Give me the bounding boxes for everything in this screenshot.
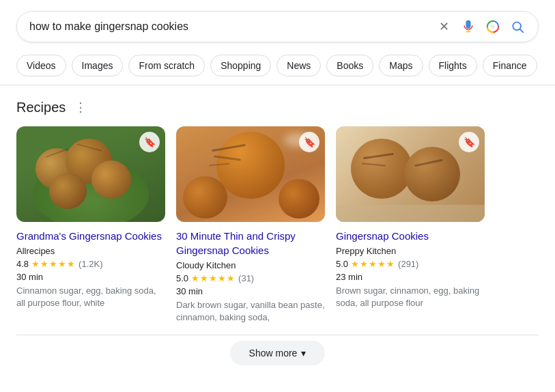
more-options-button[interactable]: ⋮ <box>71 98 90 117</box>
show-more-button[interactable]: Show more ▾ <box>230 341 326 365</box>
main-content: Recipes ⋮ 🔖 <box>0 85 555 376</box>
tab-books[interactable]: Books <box>326 55 373 76</box>
recipe-image-3: 🔖 <box>336 126 485 222</box>
filter-tabs: Videos Images From scratch Shopping News… <box>0 51 555 85</box>
recipe-source-1: Allrecipes <box>16 246 165 256</box>
tab-news[interactable]: News <box>276 55 321 76</box>
recipe-name-2[interactable]: 30 Minute Thin and Crispy Gingersnap Coo… <box>176 229 325 257</box>
clear-button[interactable]: ✕ <box>436 18 452 35</box>
search-icon <box>511 20 524 33</box>
lens-button[interactable] <box>485 18 501 35</box>
stars-1: ★★★★★ <box>31 259 76 269</box>
recipe-ingredients-1: Cinnamon sugar, egg, baking soda, all pu… <box>16 285 165 309</box>
show-more-label: Show more <box>249 348 298 359</box>
bookmark-icon-3: 🔖 <box>464 137 475 148</box>
search-input[interactable] <box>29 20 429 33</box>
recipe-time-2: 30 min <box>176 286 325 296</box>
recipes-title: Recipes <box>16 100 66 115</box>
search-bar: ✕ <box>16 11 539 42</box>
rating-number-1: 4.8 <box>16 259 29 269</box>
tab-videos[interactable]: Videos <box>16 55 66 76</box>
recipe-card-3: 🔖 Gingersnap Cookies Preppy Kitchen 5.0 … <box>336 126 485 324</box>
recipe-source-2: Cloudy Kitchen <box>176 260 325 270</box>
recipe-rating-3: 5.0 ★★★★★ (291) <box>336 259 485 269</box>
recipe-time-1: 30 min <box>16 272 165 282</box>
recipe-ingredients-3: Brown sugar, cinnamon, egg, baking soda,… <box>336 285 485 309</box>
search-icons: ✕ <box>436 18 526 35</box>
recipe-ingredients-2: Dark brown sugar, vanilla bean paste, ci… <box>176 299 325 324</box>
show-more-area: Show more ▾ <box>16 335 539 365</box>
tab-images[interactable]: Images <box>72 55 124 76</box>
recipe-time-3: 23 min <box>336 272 485 282</box>
search-button[interactable] <box>509 18 526 35</box>
bookmark-button-3[interactable]: 🔖 <box>459 132 479 152</box>
recipe-cards: 🔖 Grandma's Gingersnap Cookies Allrecipe… <box>16 126 539 324</box>
review-count-3: (291) <box>398 259 418 269</box>
tab-finance[interactable]: Finance <box>483 55 537 76</box>
bookmark-icon-1: 🔖 <box>144 137 156 148</box>
review-count-2: (31) <box>238 273 254 283</box>
search-area: ✕ <box>0 0 555 51</box>
chevron-down-icon: ▾ <box>301 348 306 359</box>
recipe-image-1: 🔖 <box>16 126 165 222</box>
lens-icon <box>485 19 500 34</box>
tab-from-scratch[interactable]: From scratch <box>128 55 205 76</box>
recipe-source-3: Preppy Kitchen <box>336 246 485 256</box>
mic-button[interactable] <box>460 18 476 35</box>
bookmark-button-2[interactable]: 🔖 <box>299 132 319 152</box>
recipe-name-1[interactable]: Grandma's Gingersnap Cookies <box>16 229 165 243</box>
recipe-name-3[interactable]: Gingersnap Cookies <box>336 229 485 243</box>
bookmark-icon-2: 🔖 <box>304 137 315 148</box>
tab-maps[interactable]: Maps <box>379 55 423 76</box>
stars-3: ★★★★★ <box>351 259 395 269</box>
recipes-header: Recipes ⋮ <box>16 98 539 117</box>
mic-icon <box>461 20 475 33</box>
recipe-card-1: 🔖 Grandma's Gingersnap Cookies Allrecipe… <box>16 126 165 324</box>
tab-flights[interactable]: Flights <box>429 55 477 76</box>
recipe-rating-1: 4.8 ★★★★★ (1.2K) <box>16 259 165 269</box>
recipe-card-2: 🔖 30 Minute Thin and Crispy Gingersnap C… <box>176 126 325 324</box>
svg-line-3 <box>520 29 524 33</box>
tab-shopping[interactable]: Shopping <box>210 55 271 76</box>
bookmark-button-1[interactable]: 🔖 <box>139 132 160 152</box>
svg-point-1 <box>491 25 495 29</box>
review-count-1: (1.2K) <box>79 259 102 269</box>
stars-2: ★★★★★ <box>191 273 236 283</box>
recipe-rating-2: 5.0 ★★★★★ (31) <box>176 273 325 283</box>
rating-number-2: 5.0 <box>176 273 188 283</box>
rating-number-3: 5.0 <box>336 259 348 269</box>
recipe-image-2: 🔖 <box>176 126 325 222</box>
